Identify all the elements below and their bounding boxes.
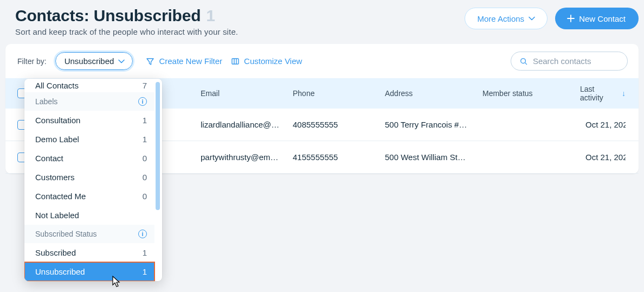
- info-icon[interactable]: i: [138, 230, 147, 238]
- title-count: 1: [206, 7, 215, 25]
- page-subtitle: Sort and keep track of the people who in…: [15, 27, 238, 36]
- dropdown-item-count: 0: [143, 173, 147, 182]
- dropdown-item-label: Unsubscribed: [35, 267, 85, 276]
- column-address[interactable]: Address: [385, 89, 482, 98]
- svg-rect-0: [232, 59, 239, 64]
- cell-address: 500 West William St…: [385, 153, 482, 162]
- dropdown-section-label: Labels: [35, 97, 57, 106]
- page-title: Contacts: Unsubscribed: [15, 7, 201, 25]
- filter-by-label: Filter by:: [17, 57, 47, 66]
- dropdown-item-label: Demo Label: [35, 135, 79, 144]
- dropdown-item-subscribed[interactable]: Subscribed 1: [24, 243, 154, 262]
- dropdown-section-labels: Labels i: [24, 92, 154, 111]
- plus-icon: [567, 15, 575, 22]
- search-input-wrapper[interactable]: [511, 52, 628, 71]
- column-member-status[interactable]: Member status: [482, 89, 580, 98]
- search-icon: [520, 57, 527, 66]
- more-actions-button[interactable]: More Actions: [465, 8, 548, 29]
- dropdown-item-label: Contacted Me: [35, 192, 86, 201]
- cell-last-activity: Oct 21, 2022: [585, 120, 626, 129]
- cell-phone: 4085555555: [293, 120, 385, 129]
- customize-view-label: Customize View: [244, 56, 302, 66]
- dropdown-item-label: Contact: [35, 154, 63, 163]
- more-actions-label: More Actions: [477, 14, 524, 23]
- dropdown-item-count: 1: [143, 267, 147, 276]
- dropdown-item-contacted-me[interactable]: Contacted Me 0: [24, 187, 154, 206]
- dropdown-item-label: All Contacts: [35, 81, 79, 90]
- search-input[interactable]: [533, 56, 619, 66]
- dropdown-item-label: Consultation: [35, 116, 80, 125]
- dropdown-item-label: Subscribed: [35, 248, 76, 257]
- dropdown-item-count: 1: [143, 135, 147, 144]
- cell-email: lizardlandalliance@…: [201, 120, 293, 129]
- filter-icon: [146, 57, 154, 66]
- cell-email: partywithrusty@em…: [201, 153, 293, 162]
- dropdown-item-count: 1: [143, 116, 147, 125]
- dropdown-item-not-labeled[interactable]: Not Labeled: [24, 206, 154, 225]
- dropdown-item-count: 7: [143, 81, 147, 90]
- dropdown-item-customers[interactable]: Customers 0: [24, 168, 154, 187]
- filter-dropdown[interactable]: Unsubscribed: [55, 52, 133, 70]
- dropdown-item-demo-label[interactable]: Demo Label 1: [24, 130, 154, 149]
- sort-descending-icon: ↓: [622, 89, 626, 98]
- dropdown-item-consultation[interactable]: Consultation 1: [24, 111, 154, 130]
- column-phone[interactable]: Phone: [293, 89, 385, 98]
- dropdown-item-unsubscribed[interactable]: Unsubscribed 1: [24, 262, 154, 281]
- column-email[interactable]: Email: [201, 89, 293, 98]
- dropdown-item-label: Customers: [35, 173, 75, 182]
- dropdown-item-all-contacts[interactable]: All Contacts 7: [24, 79, 154, 92]
- create-filter-label: Create New Filter: [159, 56, 222, 66]
- info-icon[interactable]: i: [138, 97, 147, 106]
- dropdown-section-subscribed-status: Subscribed Status i: [24, 225, 154, 243]
- chevron-down-icon: [529, 16, 535, 21]
- dropdown-item-count: 0: [143, 154, 147, 163]
- filter-value: Unsubscribed: [65, 56, 114, 66]
- filter-dropdown-panel: All Contacts 7 Labels i Consultation 1 D…: [24, 79, 162, 281]
- dropdown-item-contact[interactable]: Contact 0: [24, 149, 154, 168]
- cell-address: 500 Terry Francois #…: [385, 120, 482, 129]
- new-contact-button[interactable]: New Contact: [555, 8, 639, 29]
- cell-last-activity: Oct 21, 2022: [585, 153, 626, 162]
- dropdown-item-count: 0: [143, 192, 147, 201]
- columns-icon: [231, 57, 240, 66]
- create-filter-button[interactable]: Create New Filter: [146, 56, 222, 66]
- dropdown-item-label: Not Labeled: [35, 211, 79, 220]
- dropdown-item-count: 1: [143, 248, 147, 257]
- cell-phone: 4155555555: [293, 153, 385, 162]
- new-contact-label: New Contact: [579, 14, 626, 23]
- chevron-down-icon: [118, 59, 125, 64]
- scrollbar[interactable]: [156, 82, 160, 210]
- column-last-activity-label: Last activity: [580, 85, 619, 102]
- customize-view-button[interactable]: Customize View: [231, 56, 302, 66]
- dropdown-section-label: Subscribed Status: [35, 230, 97, 238]
- column-last-activity[interactable]: Last activity ↓: [580, 85, 626, 102]
